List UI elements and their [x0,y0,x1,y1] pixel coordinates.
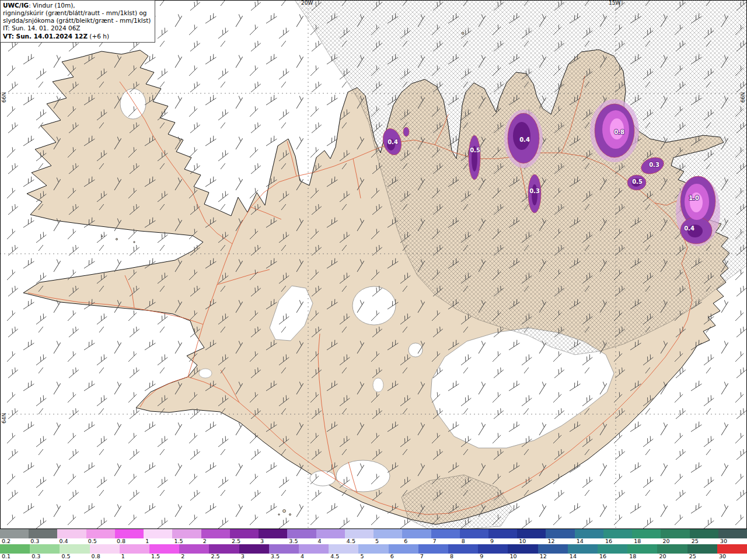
colorbar-label: 6 [402,538,431,544]
legend-valid-time: VT: Sun. 14.01.2024 12Z [3,33,88,40]
colorbar-label: 12 [546,538,574,544]
colorbar-cell [90,544,120,554]
colorbar-cell [389,544,418,554]
colorbar-label: 1.5 [172,538,201,544]
precip-value-label: 0.3 [649,162,659,168]
model-name: UWC/IG [3,2,29,9]
colorbar-cell [488,529,517,538]
colorbar-cell [345,529,374,538]
colorbar-label: 0.4 [57,538,86,544]
colorbar-legend: 0.20.30.40.50.811.522.533.544.5567891012… [0,529,747,560]
lat-label-64n-left: 64N [2,413,7,424]
legend-valid-offset: (+6 h) [88,33,109,40]
colorbar-cell [508,544,537,554]
colorbar-cell [299,544,329,554]
colorbar-label: 0.5 [86,538,115,544]
precip-value-label: 0.3 [529,188,540,194]
colorbar-cell [478,544,508,554]
precip-value-label: 1.0 [689,195,699,201]
lon-label-20w: 20W [301,1,313,6]
weather-map: 0.4 0.5 0.4 0.3 0.8 0.3 0.5 1.0 0.4 [0,0,747,529]
colorbar-cell [603,529,632,538]
colorbar-cell [598,544,627,554]
colorbar-cell [0,544,30,554]
colorbar-cell [538,544,568,554]
colorbar-cell [460,529,488,538]
colorbar-cell [316,529,345,538]
lon-label-15w: 15W [609,1,620,6]
colorbar-label: 14 [575,538,603,544]
lat-label-66n-right: 66N [741,92,746,103]
colorbar-label: 8 [460,538,488,544]
colorbar-cell [115,529,144,538]
colorbar-label: 18 [627,554,657,560]
rain-colorbar-labels: 0.10.30.50.811.522.533.544.5567891012141… [0,554,747,560]
colorbar-label: 9 [478,554,508,560]
colorbar-cell [575,529,603,538]
colorbar-label: 3 [239,554,269,560]
colorbar-label: 1.5 [149,554,179,560]
colorbar-cell [627,544,657,554]
colorbar-cell [690,529,718,538]
colorbar-label: 1 [144,538,172,544]
precip-value-label: 0.5 [470,147,480,153]
colorbar-cell [239,544,269,554]
precip-cell [513,122,530,150]
colorbar-cell [546,529,574,538]
colorbar-label: 2 [201,538,230,544]
colorbar-cell [717,544,747,554]
colorbar-label: 7 [418,554,448,560]
colorbar-cell [149,544,179,554]
colorbar-label: 16 [598,554,627,560]
colorbar-cell [448,544,478,554]
colorbar-label: 4.5 [345,538,374,544]
legend-line3: slydda/snjókoma (grátt/bleikt/grænt - mm… [3,17,151,24]
colorbar-label: 0.3 [29,538,57,544]
colorbar-label: 2 [179,554,209,560]
lat-label-66n-left: 66N [2,92,7,103]
colorbar-cell [568,544,598,554]
colorbar-label: 12 [538,554,568,560]
colorbar-label: 9 [488,538,517,544]
colorbar-cell [374,529,402,538]
colorbar-cell [431,529,460,538]
colorbar-cell [718,529,747,538]
colorbar-label: 18 [632,538,661,544]
colorbar-label: 14 [568,554,598,560]
colorbar-label: 2.5 [230,538,259,544]
colorbar-label: 0.2 [0,538,29,544]
colorbar-label: 25 [690,538,718,544]
map-legend: UWC/IG: Vindur (10m), rigning/skúrir (gr… [0,0,155,43]
colorbar-cell [287,529,316,538]
colorbar-label: 2.5 [209,554,239,560]
colorbar-cell [269,544,299,554]
colorbar-cell [418,544,448,554]
snow-colorbar-labels: 0.20.30.40.50.811.522.533.544.5567891012… [0,538,747,544]
colorbar-cell [657,544,687,554]
colorbar-label: 20 [657,554,687,560]
weather-map-page: 0.4 0.5 0.4 0.3 0.8 0.3 0.5 1.0 0.4 UWC/… [0,0,747,560]
colorbar-label: 4 [299,554,329,560]
colorbar-label: 0.3 [30,554,60,560]
colorbar-label: 1 [120,554,149,560]
colorbar-label: 3 [259,538,287,544]
rain-colorbar [0,544,747,554]
colorbar-label: 10 [508,554,537,560]
precip-value-label: 0.4 [388,139,398,145]
colorbar-cell [57,529,86,538]
colorbar-cell [230,529,259,538]
colorbar-label: 4.5 [329,554,358,560]
colorbar-cell [179,544,209,554]
colorbar-cell [687,544,717,554]
colorbar-cell [120,544,149,554]
colorbar-label: 5 [358,554,388,560]
map-area: 0.4 0.5 0.4 0.3 0.8 0.3 0.5 1.0 0.4 UWC/… [0,0,747,529]
colorbar-cell [259,529,287,538]
colorbar-label: 7 [431,538,460,544]
colorbar-label: 3.5 [287,538,316,544]
colorbar-cell [29,529,57,538]
colorbar-cell [60,544,89,554]
precip-value-label: 0.4 [519,136,530,143]
colorbar-cell [144,529,172,538]
precip-value-label: 0.4 [684,225,694,232]
